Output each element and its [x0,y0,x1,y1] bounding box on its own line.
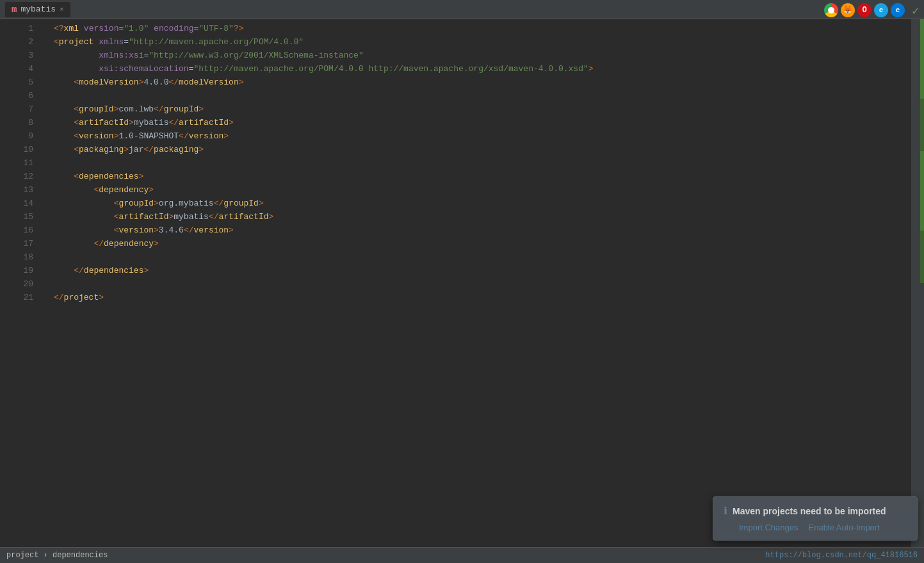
notification-title: Maven projects need to be imported [733,506,886,516]
line-num-5: 5 [0,76,33,89]
line-num-13: ▼ 13 [0,183,33,197]
notification-actions: Import Changes Enable Auto-Import [724,523,907,532]
code-line-19: </dependencies> [45,264,911,277]
code-line-5: <modelVersion>4.0.0</modelVersion> [45,76,911,89]
close-tab-icon[interactable]: × [60,6,64,13]
enable-auto-import-button[interactable]: Enable Auto-Import [809,523,880,532]
code-line-16: <version>3.4.6</version> [45,224,911,237]
import-changes-button[interactable]: Import Changes [739,523,798,532]
code-line-15: <artifactId>mybatis</artifactId> [45,210,911,224]
line-num-1: 1 [0,22,33,35]
code-line-7: <groupId>com.lwb</groupId> [45,102,911,116]
line-num-16: 16 [0,224,33,237]
code-line-18 [45,250,911,264]
line-num-12: ▼ 12 [0,170,33,183]
code-line-14: <groupId>org.mybatis</groupId> [45,197,911,210]
line-num-20: 20 [0,277,33,291]
ie-icon[interactable]: e [874,3,888,17]
line-num-2: ▼ 2 [0,35,33,49]
code-line-12: <dependencies> [45,170,911,183]
tab-icon: m [12,4,17,15]
notification-popup: ℹ Maven projects need to be imported Imp… [713,496,918,541]
code-line-21: </project> [45,291,911,304]
line-num-21: ▷ 21 [0,291,33,304]
code-line-1: <?xml version="1.0" encoding="UTF-8"?> [45,22,911,35]
code-line-2: <project xmlns="http://maven.apache.org/… [45,35,911,49]
line-num-7: 7 [0,102,33,116]
scrollbar-area[interactable] [911,19,924,547]
code-content[interactable]: <?xml version="1.0" encoding="UTF-8"?> <… [38,19,911,547]
info-icon: ℹ [724,505,727,518]
opera-icon[interactable]: O [857,3,871,17]
browser-icons: 🦊 O e e [824,3,905,17]
line-num-4: 4 [0,62,33,76]
line-num-9: 9 [0,129,33,143]
edge-icon[interactable]: e [891,3,905,17]
line-num-15: 15 [0,210,33,224]
code-line-11 [45,156,911,170]
breadcrumb: project › dependencies [6,551,108,560]
editor-area: 1 ▼ 2 3 4 5 6 7 8 9 10 11 ▼ 12 ▼ 13 14 1… [0,19,924,547]
line-num-19: ▷ 19 [0,264,33,277]
code-line-9: <version>1.0-SNAPSHOT</version> [45,129,911,143]
firefox-icon[interactable]: 🦊 [841,3,855,17]
code-line-3: xmlns:xsi="http://www.w3.org/2001/XMLSch… [45,49,911,62]
editor-tab[interactable]: m mybatis × [5,2,70,17]
code-line-6 [45,89,911,102]
title-bar: m mybatis × 🦊 O e e ✓ [0,0,924,19]
line-num-3: 3 [0,49,33,62]
line-num-8: 8 [0,116,33,129]
line-number-gutter: 1 ▼ 2 3 4 5 6 7 8 9 10 11 ▼ 12 ▼ 13 14 1… [0,19,38,547]
line-num-6: 6 [0,89,33,102]
notification-header: ℹ Maven projects need to be imported [724,505,907,518]
line-num-18: 18 [0,250,33,264]
line-num-17: 💡 ▷ 17 [0,237,33,250]
checkmark-icon: ✓ [912,4,919,18]
code-line-10: <packaging>jar</packaging> [45,143,911,156]
code-line-13: <dependency> [45,183,911,197]
code-line-20 [45,277,911,291]
tab-label: mybatis [20,4,56,14]
code-line-8: <artifactId>mybatis</artifactId> [45,116,911,129]
line-num-14: 14 [0,197,33,210]
code-line-4: xsi:schemaLocation="http://maven.apache.… [45,62,911,76]
code-line-17: </dependency> [45,237,911,250]
line-num-11: 11 [0,156,33,170]
line-num-10: 10 [0,143,33,156]
status-bar: project › dependencies https://blog.csdn… [0,547,924,563]
status-url: https://blog.csdn.net/qq_41816516 [765,551,918,560]
chrome-icon[interactable] [824,3,838,17]
